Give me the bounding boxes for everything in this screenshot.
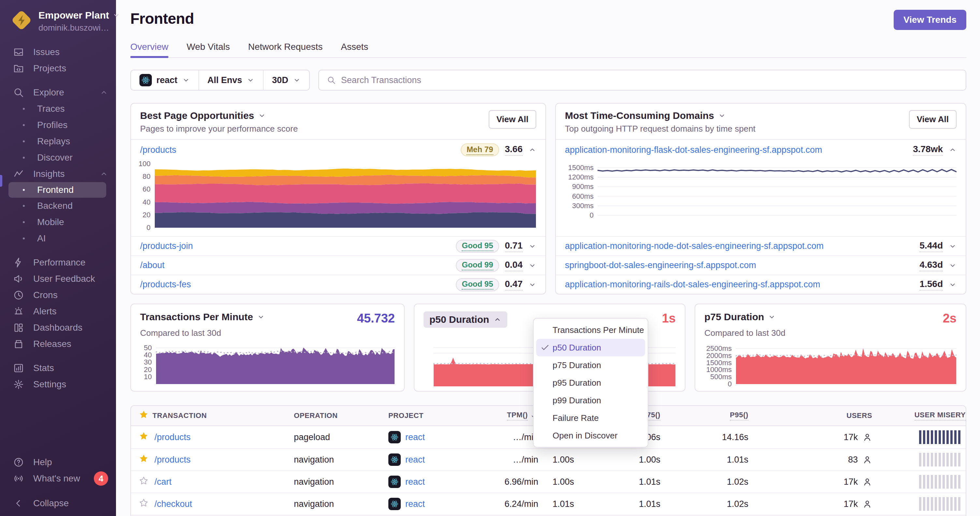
- chevron-up-icon[interactable]: [949, 146, 956, 154]
- date-range-filter[interactable]: 30D: [263, 70, 309, 90]
- sidebar-item-explore[interactable]: Explore: [0, 84, 116, 101]
- column-project[interactable]: PROJECT: [388, 411, 496, 420]
- menu-item-transactions-per-minute[interactable]: Transactions Per Minute: [536, 321, 645, 339]
- column-user-misery[interactable]: USER MISERY: [872, 411, 966, 421]
- chevron-down-icon: [182, 76, 190, 84]
- page-row[interactable]: /about Good 99 0.04: [131, 256, 546, 275]
- project-link[interactable]: react: [405, 477, 425, 487]
- org-switcher[interactable]: Empower Plant dominik.buszowiec…: [0, 0, 116, 33]
- sidebar-item-user-feedback[interactable]: User Feedback: [0, 271, 116, 287]
- view-trends-button[interactable]: View Trends: [894, 10, 966, 30]
- column-tpm[interactable]: TPM(): [496, 411, 538, 421]
- transaction-link[interactable]: /cart: [154, 477, 172, 487]
- domain-row[interactable]: springboot-dot-sales-engineering-sf.apps…: [556, 256, 966, 275]
- chevron-up-icon[interactable]: [528, 146, 536, 154]
- menu-item-p95-duration[interactable]: p95 Duration: [536, 374, 645, 392]
- page-link[interactable]: /products-fes: [140, 279, 191, 290]
- sidebar-item-replays[interactable]: Replays: [0, 133, 116, 149]
- help-icon: [13, 457, 24, 468]
- domain-link[interactable]: application-monitoring-node-dot-sales-en…: [565, 241, 824, 251]
- domain-row[interactable]: application-monitoring-rails-dot-sales-e…: [556, 275, 966, 294]
- view-all-button[interactable]: View All: [909, 110, 956, 129]
- sidebar-item-label: Discover: [37, 152, 73, 163]
- tab-overview[interactable]: Overview: [130, 42, 169, 57]
- view-all-button[interactable]: View All: [489, 110, 536, 129]
- metric-selector[interactable]: p75 Duration: [705, 311, 776, 322]
- search-input[interactable]: [341, 75, 958, 85]
- sidebar-item-traces[interactable]: Traces: [0, 101, 116, 117]
- sidebar-item-discover[interactable]: Discover: [0, 149, 116, 166]
- sidebar-item-collapse[interactable]: Collapse: [0, 495, 116, 511]
- column-transaction[interactable]: TRANSACTION: [153, 411, 294, 420]
- tab-network-requests[interactable]: Network Requests: [248, 42, 323, 57]
- chevron-down-icon[interactable]: [528, 262, 536, 269]
- table-row[interactable]: /checkout navigation react 6.24/min 1.01…: [131, 492, 966, 515]
- domain-link[interactable]: springboot-dot-sales-engineering-sf.apps…: [565, 260, 756, 270]
- project-filter[interactable]: react: [131, 70, 199, 90]
- sidebar-item-ai[interactable]: AI: [0, 230, 116, 247]
- sidebar-item-crons[interactable]: Crons: [0, 287, 116, 303]
- sidebar-item-settings[interactable]: Settings: [0, 376, 116, 392]
- chevron-down-icon[interactable]: [949, 242, 956, 250]
- transaction-link[interactable]: /products: [154, 455, 191, 465]
- menu-item-open-in-discover[interactable]: Open in Discover: [536, 427, 645, 445]
- sidebar-item-frontend[interactable]: Frontend: [8, 182, 106, 198]
- sidebar-item-issues[interactable]: Issues: [0, 44, 116, 60]
- metric-selector-open[interactable]: p50 Duration: [423, 311, 507, 328]
- domain-row-expanded[interactable]: application-monitoring-flask-dot-sales-e…: [556, 140, 966, 160]
- chevron-down-icon[interactable]: [528, 242, 536, 250]
- menu-item-failure-rate[interactable]: Failure Rate: [536, 409, 645, 427]
- panel-title-selector[interactable]: Most Time-Consuming Domains: [565, 110, 756, 121]
- project-cell: react: [388, 476, 496, 488]
- transaction-link[interactable]: /checkout: [154, 499, 192, 509]
- metric-selector[interactable]: Transactions Per Minute: [140, 311, 265, 322]
- page-link[interactable]: /products: [140, 145, 176, 155]
- favorite-star-icon[interactable]: [139, 498, 149, 508]
- tab-web-vitals[interactable]: Web Vitals: [187, 42, 230, 57]
- menu-item-p75-duration[interactable]: p75 Duration: [536, 356, 645, 374]
- menu-item-p99-duration[interactable]: p99 Duration: [536, 392, 645, 409]
- page-link[interactable]: /about: [140, 260, 164, 270]
- tab-assets[interactable]: Assets: [341, 42, 368, 57]
- sidebar-item-projects[interactable]: Projects: [0, 60, 116, 76]
- sidebar-item-help[interactable]: Help: [0, 454, 116, 470]
- project-link[interactable]: react: [405, 499, 425, 509]
- domain-row[interactable]: application-monitoring-node-dot-sales-en…: [556, 236, 966, 256]
- domain-link[interactable]: application-monitoring-flask-dot-sales-e…: [565, 145, 822, 155]
- page-row[interactable]: /products-join Good 95 0.71: [131, 236, 546, 256]
- sidebar-item-stats[interactable]: Stats: [0, 360, 116, 376]
- project-link[interactable]: react: [405, 455, 425, 465]
- page-row-expanded[interactable]: /products Meh 79 3.66: [131, 140, 546, 160]
- chevron-down-icon[interactable]: [949, 281, 956, 289]
- favorite-star-icon[interactable]: [139, 454, 149, 464]
- panel-title-selector[interactable]: Best Page Opportunities: [140, 110, 298, 121]
- favorite-star-icon[interactable]: [139, 431, 149, 441]
- project-link[interactable]: react: [405, 432, 425, 442]
- sidebar-item-insights[interactable]: Insights: [0, 166, 116, 182]
- column-users[interactable]: USERS: [748, 411, 872, 420]
- chevron-down-icon[interactable]: [528, 281, 536, 289]
- time-spent-value: 4.63d: [920, 260, 943, 271]
- sidebar-item-performance[interactable]: Performance: [0, 254, 116, 271]
- domain-link[interactable]: application-monitoring-rails-dot-sales-e…: [565, 279, 820, 290]
- menu-item-p50-duration[interactable]: p50 Duration: [536, 339, 645, 356]
- sidebar-item-what-s-new[interactable]: What's new 4: [0, 470, 116, 487]
- sidebar-item-alerts[interactable]: Alerts: [0, 303, 116, 319]
- favorite-star-icon[interactable]: [139, 476, 149, 486]
- table-row[interactable]: /cart navigation react 6.96/min 1.00s 1.…: [131, 470, 966, 492]
- sidebar-item-backend[interactable]: Backend: [0, 198, 116, 214]
- table-row[interactable]: /products-join pageload react 3.88/min 1…: [131, 515, 966, 516]
- sidebar-item-mobile[interactable]: Mobile: [0, 214, 116, 230]
- transaction-link[interactable]: /products: [154, 432, 191, 442]
- sidebar-item-profiles[interactable]: Profiles: [0, 117, 116, 133]
- column-p95[interactable]: P95(): [660, 411, 748, 421]
- column-operation[interactable]: OPERATION: [294, 411, 388, 420]
- environment-filter[interactable]: All Envs: [199, 70, 263, 90]
- chevron-down-icon[interactable]: [949, 262, 956, 269]
- table-row[interactable]: /products navigation react …/min 1.00s 1…: [131, 448, 966, 470]
- column-favorite[interactable]: [131, 410, 153, 422]
- page-link[interactable]: /products-join: [140, 241, 193, 251]
- page-row[interactable]: /products-fes Good 95 0.47: [131, 275, 546, 294]
- sidebar-item-dashboards[interactable]: Dashboards: [0, 319, 116, 336]
- sidebar-item-releases[interactable]: Releases: [0, 336, 116, 352]
